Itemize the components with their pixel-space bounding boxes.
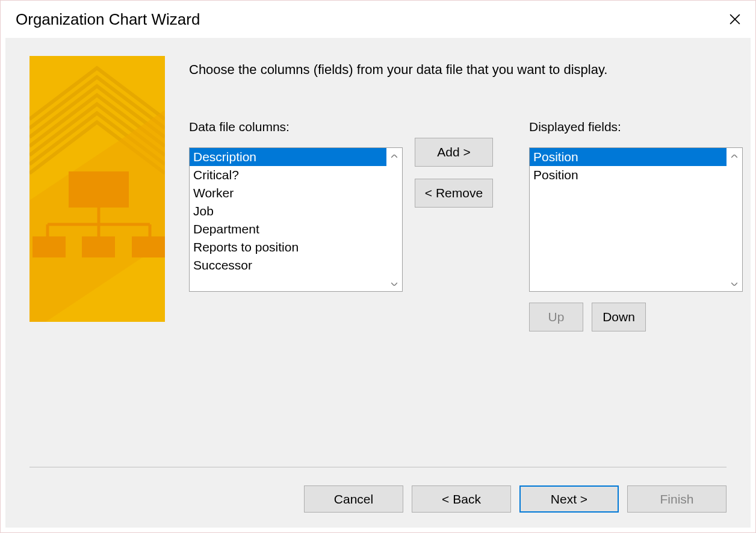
back-button[interactable]: < Back <box>412 485 511 513</box>
add-button[interactable]: Add > <box>415 138 493 167</box>
scroll-down-icon <box>727 279 742 288</box>
list-item[interactable]: Job <box>190 202 386 220</box>
list-item[interactable]: Description <box>190 148 386 166</box>
form-area: Choose the columns (fields) from your da… <box>189 56 743 331</box>
wizard-dialog: Organization Chart Wizard <box>0 0 756 533</box>
content-area: Choose the columns (fields) from your da… <box>5 38 751 528</box>
svg-rect-4 <box>69 171 129 208</box>
org-chart-illustration-icon <box>29 56 165 322</box>
list-item[interactable]: Successor <box>190 256 386 274</box>
next-button[interactable]: Next > <box>519 485 619 513</box>
scroll-down-icon <box>386 279 402 288</box>
available-group: Data file columns: DescriptionCritical?W… <box>189 120 403 292</box>
available-items: DescriptionCritical?WorkerJobDepartmentR… <box>190 148 386 291</box>
finish-button[interactable]: Finish <box>627 485 727 513</box>
available-listbox[interactable]: DescriptionCritical?WorkerJobDepartmentR… <box>189 147 403 292</box>
available-scrollbar[interactable] <box>386 148 402 291</box>
list-item[interactable]: Worker <box>190 184 386 202</box>
transfer-buttons: Add > < Remove <box>415 120 493 208</box>
svg-rect-12 <box>132 236 165 257</box>
up-button[interactable]: Up <box>529 303 583 331</box>
svg-rect-10 <box>33 236 66 257</box>
remove-button[interactable]: < Remove <box>415 179 493 208</box>
displayed-scrollbar[interactable] <box>727 148 742 291</box>
list-item[interactable]: Position <box>530 148 727 166</box>
list-item[interactable]: Reports to position <box>190 238 386 256</box>
instruction-text: Choose the columns (fields) from your da… <box>189 62 743 78</box>
down-button[interactable]: Down <box>592 303 646 331</box>
titlebar: Organization Chart Wizard <box>1 1 755 38</box>
available-label: Data file columns: <box>189 120 403 134</box>
scroll-up-icon <box>727 152 742 160</box>
columns-row: Data file columns: DescriptionCritical?W… <box>189 120 743 331</box>
wizard-graphic <box>29 56 165 322</box>
dialog-title: Organization Chart Wizard <box>16 10 200 29</box>
scroll-up-icon <box>386 152 402 160</box>
list-item[interactable]: Critical? <box>190 166 386 184</box>
upper-section: Choose the columns (fields) from your da… <box>29 56 727 331</box>
close-icon <box>730 14 740 25</box>
nav-buttons: Cancel < Back Next > Finish <box>29 485 727 513</box>
displayed-listbox[interactable]: PositionPosition <box>529 147 743 292</box>
displayed-items: PositionPosition <box>530 148 727 291</box>
cancel-button[interactable]: Cancel <box>304 485 403 513</box>
footer: Cancel < Back Next > Finish <box>29 467 727 513</box>
displayed-label: Displayed fields: <box>529 120 743 134</box>
list-item[interactable]: Position <box>530 166 727 184</box>
reorder-buttons: Up Down <box>529 303 743 331</box>
list-item[interactable]: Department <box>190 220 386 238</box>
svg-rect-11 <box>82 236 115 257</box>
displayed-group: Displayed fields: PositionPosition <box>529 120 743 331</box>
close-button[interactable] <box>727 11 743 28</box>
divider <box>29 467 727 467</box>
